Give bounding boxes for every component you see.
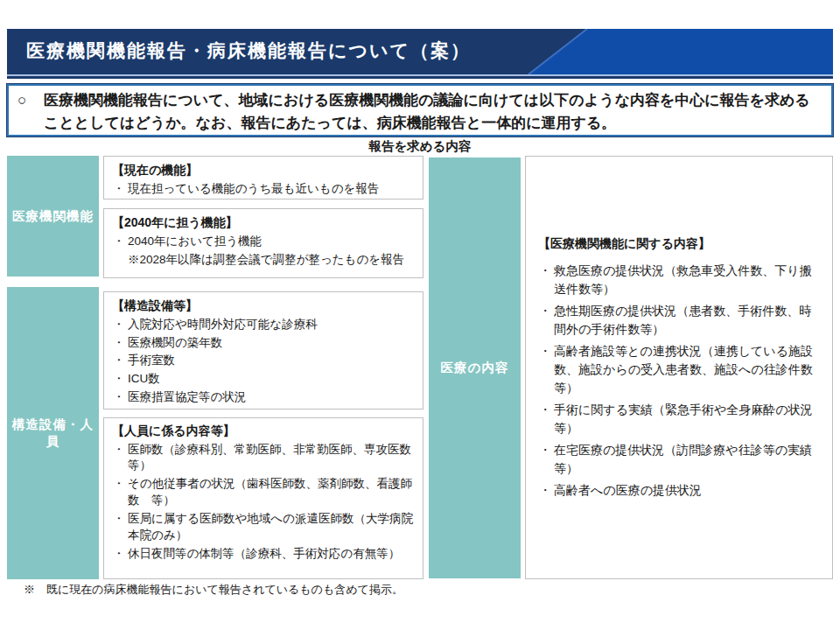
bullet-item: 医師数（診療科別、常勤医師、非常勤医師、専攻医数等） — [112, 442, 415, 475]
bullet-item: 2040年において担う機能 — [112, 233, 415, 250]
box-structure-equipment: 【構造設備等】 入院対応や時間外対応可能な診療科 医療機関の築年数 手術室数 I… — [103, 291, 424, 410]
slide: 医療機関機能報告・病床機能報告について（案） ○ 医療機関機能報告について、地域… — [0, 0, 840, 630]
bullet-item: 現在担っている機能のうち最も近いものを報告 — [112, 180, 415, 198]
bullet-list: 現在担っている機能のうち最も近いものを報告 — [112, 180, 415, 198]
box-heading: 【人員に係る内容等】 — [112, 423, 415, 440]
statement-line: こととしてはどうか。なお、報告にあたっては、病床機能報告と一体的に運用する。 — [44, 112, 822, 135]
footnote: ※ 既に現在の病床機能報告において報告されているものも含めて掲示。 — [24, 582, 403, 598]
bullet-item: 手術に関する実績（緊急手術や全身麻酔の状況等） — [538, 401, 820, 438]
row-label-medical-function: 医療機関機能 — [7, 156, 99, 276]
statement-text: 医療機関機能報告について、地域における医療機関機能の議論に向けては以下のような内… — [44, 89, 822, 134]
bullet-item: その他従事者の状況（歯科医師数、薬剤師数、看護師数 等） — [112, 476, 415, 509]
box-2040-function: 【2040年に担う機能】 2040年において担う機能 ※2028年以降は調整会議… — [103, 208, 424, 278]
box-note: ※2028年以降は調整会議で調整が整ったものを報告 — [112, 251, 415, 269]
box-current-function: 【現在の機能】 現在担っている機能のうち最も近いものを報告 — [103, 156, 424, 200]
bullet-item: 医局に属する医師数や地域への派遣医師数（大学病院本院のみ） — [112, 511, 415, 544]
statement-box: ○ 医療機関機能報告について、地域における医療機関機能の議論に向けては以下のよう… — [7, 84, 833, 136]
bullet-item: 救急医療の提供状況（救急車受入件数、下り搬送件数等） — [538, 262, 820, 298]
bullet-item: 医療措置協定等の状況 — [112, 388, 415, 406]
page-title: 医療機関機能報告・病床機能報告について（案） — [26, 38, 471, 63]
bullet-item: 手術室数 — [112, 352, 415, 369]
box-heading: 【構造設備等】 — [112, 297, 415, 314]
title-bar: 医療機関機能報告・病床機能報告について（案） — [7, 29, 833, 79]
bullet-item: ICU数 — [112, 370, 415, 388]
bullet-item: 休日夜間等の体制等（診療科、手術対応の有無等） — [112, 546, 415, 563]
bullet-item: 高齢者への医療の提供状況 — [538, 481, 820, 500]
bullet-list: 2040年において担う機能 — [112, 233, 415, 250]
box-staff-content: 【人員に係る内容等】 医師数（診療科別、常勤医師、非常勤医師、専攻医数等） その… — [103, 417, 424, 579]
bullet-list: 医師数（診療科別、常勤医師、非常勤医師、専攻医数等） その他従事者の状況（歯科医… — [112, 442, 415, 563]
diagram-title: 報告を求める内容 — [0, 138, 840, 155]
box-medical-institution-content: 【医療機関機能に関する内容】 救急医療の提供状況（救急車受入件数、下り搬送件数等… — [525, 156, 833, 579]
box-heading: 【医療機関機能に関する内容】 — [538, 234, 820, 253]
bullet-item: 高齢者施設等との連携状況（連携している施設数、施設からの受入患者数、施設への往診… — [538, 342, 820, 397]
bullet-item: 入院対応や時間外対応可能な診療科 — [112, 316, 415, 333]
row-label-structure-staff: 構造設備・人員 — [7, 287, 99, 579]
bullet-item: 医療機関の築年数 — [112, 334, 415, 352]
box-heading: 【2040年に担う機能】 — [112, 214, 415, 231]
statement-line: 医療機関機能報告について、地域における医療機関機能の議論に向けては以下のような内… — [44, 89, 822, 112]
statement-marker: ○ — [18, 89, 44, 112]
bullet-list: 入院対応や時間外対応可能な診療科 医療機関の築年数 手術室数 ICU数 医療措置… — [112, 316, 415, 405]
bullet-item: 在宅医療の提供状況（訪問診療や往診等の実績等） — [538, 441, 820, 478]
bullet-item: 急性期医療の提供状況（患者数、手術件数、時間外の手術件数等） — [538, 302, 820, 339]
box-heading: 【現在の機能】 — [112, 161, 415, 178]
bullet-list: 救急医療の提供状況（救急車受入件数、下り搬送件数等） 急性期医療の提供状況（患者… — [538, 258, 820, 503]
column-label-medical-content: 医療の内容 — [429, 158, 521, 578]
